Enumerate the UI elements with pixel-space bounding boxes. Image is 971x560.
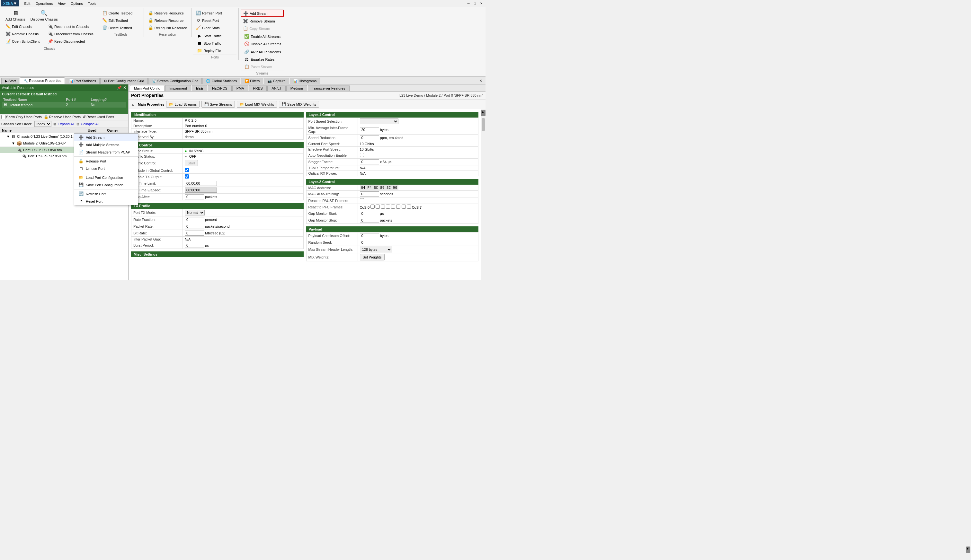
- load-mix-weights-button[interactable]: 📂 Load MIX Weights: [237, 101, 277, 108]
- tab-stream-config-grid[interactable]: 📡 Stream Configuration Grid: [149, 78, 202, 84]
- show-only-used-ports-checkbox[interactable]: [1, 115, 5, 119]
- port-tab-impairment[interactable]: Impairment: [165, 85, 191, 91]
- tx-time-limit-input[interactable]: [185, 181, 217, 186]
- delete-testbed-button[interactable]: 🗑️ Delete Testbed: [100, 24, 142, 31]
- save-mix-weights-button[interactable]: 💾 Save MIX Weights: [279, 101, 319, 108]
- random-seed-input[interactable]: [360, 240, 379, 245]
- tab-resource-properties[interactable]: 🔧 Resource Properties: [20, 77, 65, 84]
- menu-view[interactable]: View: [55, 1, 68, 6]
- pfc-cos2[interactable]: [381, 205, 385, 209]
- min-avg-ifg-input[interactable]: [360, 127, 379, 132]
- panel-close-icon[interactable]: ✕: [123, 85, 126, 90]
- ctx-stream-headers-pcap[interactable]: 📄 Stream Headers from PCAP: [74, 148, 138, 156]
- minimize-button[interactable]: ─: [466, 1, 471, 7]
- ctx-add-multiple-streams[interactable]: ➕ Add Multiple Streams: [74, 141, 138, 148]
- port-scrollbar[interactable]: ▲ ▼: [481, 109, 486, 280]
- create-testbed-button[interactable]: 📋 Create Testbed: [100, 10, 142, 17]
- open-script-client-button[interactable]: 📝 Open ScriptClient: [3, 38, 45, 45]
- relinquish-resource-button[interactable]: 🔓 Relinquish Resource: [146, 24, 190, 31]
- expand-all-link[interactable]: Expand All: [58, 122, 75, 126]
- tx-time-elapsed-input[interactable]: [185, 188, 217, 193]
- edit-testbed-button[interactable]: ✏️ Edit Testbed: [100, 17, 142, 24]
- max-stream-header-select[interactable]: 128 bytes: [360, 247, 392, 252]
- ctx-add-stream[interactable]: ➕ Add Stream: [74, 133, 138, 141]
- tab-histograms[interactable]: 📊 Histograms: [290, 78, 320, 84]
- ctx-save-port-config[interactable]: 💾 Save Port Configuration: [74, 181, 138, 188]
- chassis-sort-select[interactable]: Index: [34, 121, 52, 127]
- pfc-cos5[interactable]: [396, 205, 400, 209]
- add-stream-button[interactable]: ➕ Add Stream: [241, 10, 284, 17]
- paste-stream-button[interactable]: 📋 Paste Stream: [242, 63, 284, 70]
- tab-start[interactable]: ▶ Start: [1, 78, 19, 84]
- port-tab-transceiver[interactable]: Transceiver Features: [308, 85, 349, 91]
- stagger-factor-input[interactable]: [360, 159, 379, 164]
- ctx-un-use-port[interactable]: ◻ Un-use Port: [74, 165, 138, 172]
- port-tab-medium[interactable]: Medium: [286, 85, 307, 91]
- set-weights-button[interactable]: Set Weights: [360, 254, 384, 260]
- save-streams-button[interactable]: 💾 Save Streams: [201, 101, 235, 108]
- gap-monitor-start-input[interactable]: [360, 211, 379, 216]
- port-tab-prbs[interactable]: PRBS: [249, 85, 267, 91]
- enable-tx-checkbox[interactable]: [185, 174, 189, 178]
- stop-traffic-button[interactable]: ⏹ Stop Traffic: [195, 40, 236, 47]
- enable-all-streams-button[interactable]: ✅ Enable All Streams: [242, 33, 284, 40]
- refresh-port-button[interactable]: 🔄 Refresh Port: [194, 10, 236, 17]
- tab-port-config-grid[interactable]: ⚙ Port Configuration Grid: [100, 78, 148, 84]
- tab-capture[interactable]: 📷 Capture: [264, 78, 289, 84]
- include-global-checkbox[interactable]: [185, 168, 189, 172]
- menu-operations[interactable]: Operations: [33, 1, 55, 6]
- bit-rate-input[interactable]: [185, 230, 204, 236]
- collapse-all-link[interactable]: Collapse All: [81, 122, 99, 126]
- edit-chassis-button[interactable]: ✏️ Edit Chassis: [3, 23, 45, 30]
- scroll-thumb[interactable]: [481, 118, 485, 131]
- mac-auto-training-input[interactable]: [360, 192, 379, 197]
- tab-port-statistics[interactable]: 📊 Port Statistics: [65, 78, 100, 84]
- ctx-load-port-config[interactable]: 📂 Load Port Configuration: [74, 174, 138, 181]
- close-button[interactable]: ✕: [478, 1, 484, 7]
- menu-tools[interactable]: Tools: [85, 1, 99, 6]
- release-resource-button[interactable]: 🔓 Release Resource: [146, 17, 190, 24]
- port-tab-an-lt[interactable]: AN/LT: [267, 85, 285, 91]
- port-tab-pma[interactable]: PMA: [232, 85, 248, 91]
- burst-period-input[interactable]: [185, 243, 204, 248]
- pfc-cos1[interactable]: [376, 205, 380, 209]
- port-tab-main-config[interactable]: Main Port Config: [130, 85, 164, 91]
- maximize-button[interactable]: □: [472, 1, 478, 7]
- add-chassis-button[interactable]: 🖥 Add Chassis: [3, 9, 28, 22]
- packet-rate-input[interactable]: [185, 224, 204, 229]
- port-speed-select[interactable]: [360, 118, 398, 124]
- remove-stream-button[interactable]: ✖️ Remove Stream: [241, 18, 284, 24]
- reset-port-button[interactable]: ↺ Reset Port: [194, 17, 236, 24]
- collapse-arrow[interactable]: ▲: [131, 102, 135, 106]
- clear-stats-button[interactable]: 🧹 Clear Stats: [194, 24, 236, 31]
- expand-icon[interactable]: ⊞: [53, 122, 56, 126]
- app-logo[interactable]: XENA▼: [1, 0, 19, 7]
- payload-checksum-input[interactable]: [360, 233, 379, 238]
- panel-pin-icon[interactable]: 📌: [117, 85, 122, 90]
- pfc-cos4[interactable]: [391, 205, 395, 209]
- gap-monitor-stop-input[interactable]: [360, 218, 379, 223]
- remove-chassis-button[interactable]: ✖️ Remove Chassis: [3, 30, 45, 37]
- stop-after-input[interactable]: [185, 194, 204, 199]
- load-streams-button[interactable]: 📂 Load Streams: [166, 101, 199, 108]
- disable-all-streams-button[interactable]: 🚫 Disable All Streams: [242, 40, 284, 47]
- tab-filters[interactable]: 🔽 Filters: [241, 78, 263, 84]
- speed-reduction-input[interactable]: [360, 135, 379, 140]
- port-tab-eee[interactable]: EEE: [192, 85, 207, 91]
- pfc-cos7[interactable]: [407, 205, 411, 209]
- equalize-rates-button[interactable]: ⚖ Equalize Rates: [242, 56, 284, 63]
- close-tab-button[interactable]: ✕: [478, 78, 484, 84]
- reconnect-chassis-button[interactable]: 🔌 Reconnect to Chassis: [46, 23, 96, 30]
- port-tx-mode-select[interactable]: Normal: [185, 210, 205, 215]
- pfc-cos0[interactable]: [371, 205, 374, 209]
- menu-options[interactable]: Options: [68, 1, 85, 6]
- reserve-used-ports-label[interactable]: 🔒 Reserve Used Ports: [44, 115, 81, 119]
- pfc-cos3[interactable]: [386, 205, 390, 209]
- disconnect-chassis-button[interactable]: 🔌 Disconnect from Chassis: [46, 30, 96, 37]
- menu-edit[interactable]: Edit: [22, 1, 33, 6]
- replay-file-button[interactable]: 📁 Replay File: [195, 47, 236, 54]
- tab-global-statistics[interactable]: 🌐 Global Statistics: [202, 78, 240, 84]
- collapse-icon[interactable]: ⊟: [77, 122, 79, 126]
- keep-disconnected-button[interactable]: 📌 Keep Disconnected: [46, 38, 96, 45]
- auto-negotiation-checkbox[interactable]: [360, 153, 364, 157]
